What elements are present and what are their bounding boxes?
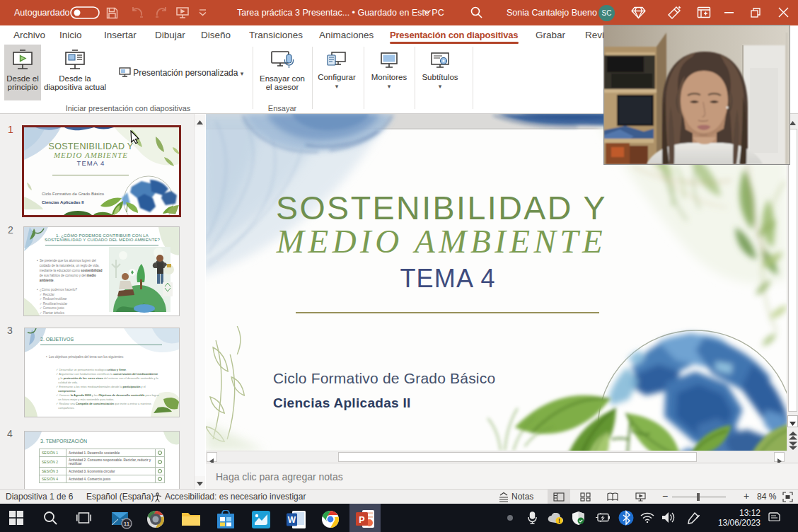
svg-text:!: ! [558,517,560,524]
svg-text:11: 11 [124,521,130,527]
svg-text:W: W [288,515,296,525]
svg-text:P: P [359,515,364,525]
